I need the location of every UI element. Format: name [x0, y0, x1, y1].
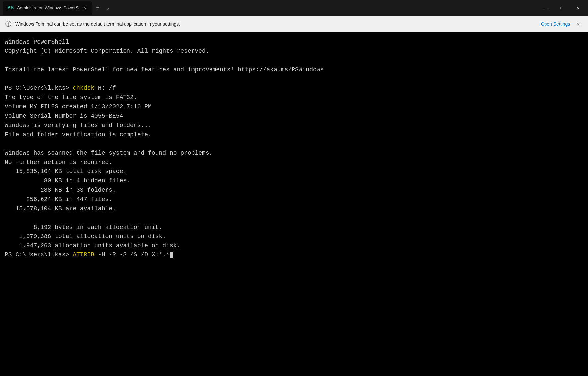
tab-dropdown-button[interactable]: ⌄ — [103, 4, 112, 12]
output-line: 15,835,104 KB total disk space. — [5, 167, 583, 176]
output-line: Volume MY_FILES created 1/13/2022 7:16 P… — [5, 102, 583, 112]
notification-text: Windows Terminal can be set as the defau… — [15, 21, 536, 27]
output-line: 288 KB in 33 folders. — [5, 186, 583, 195]
output-line: Windows has scanned the file system and … — [5, 149, 583, 158]
output-line — [5, 140, 583, 149]
open-settings-link[interactable]: Open Settings — [541, 21, 570, 27]
output-line: No further action is required. — [5, 158, 583, 167]
cursor — [170, 252, 173, 258]
output-line: 80 KB in 4 hidden files. — [5, 176, 583, 186]
tab-close-button[interactable]: × — [82, 5, 87, 11]
maximize-button[interactable]: □ — [554, 3, 569, 13]
output-line: Volume Serial Number is 4055-BE54 — [5, 112, 583, 121]
terminal-output[interactable]: Windows PowerShell Copyright (C) Microso… — [0, 32, 588, 376]
output-line: Windows is verifying files and folders..… — [5, 121, 583, 130]
powershell-icon: PS — [7, 5, 14, 11]
close-button[interactable]: ✕ — [570, 3, 585, 13]
output-line — [5, 75, 583, 84]
tab-title: Administrator: Windows PowerS — [17, 5, 79, 10]
title-bar: PS Administrator: Windows PowerS × + ⌄ —… — [0, 0, 588, 16]
info-icon: ⓘ — [5, 20, 11, 28]
command-line-1: PS C:\Users\lukas> chkdsk H: /f — [5, 84, 583, 93]
output-line: 1,947,263 allocation units available on … — [5, 241, 583, 251]
notification-close-button[interactable]: ✕ — [574, 19, 583, 29]
output-line: 8,192 bytes in each allocation unit. — [5, 223, 583, 232]
new-tab-button[interactable]: + — [93, 3, 103, 13]
output-line: Install the latest PowerShell for new fe… — [5, 65, 583, 75]
output-line: 1,979,388 total allocation units on disk… — [5, 232, 583, 241]
output-line: Copyright (C) Microsoft Corporation. All… — [5, 47, 583, 56]
output-line: 256,624 KB in 447 files. — [5, 195, 583, 204]
active-tab[interactable]: PS Administrator: Windows PowerS × — [3, 1, 92, 15]
output-line — [5, 214, 583, 223]
command-line-2: PS C:\Users\lukas> ATTRIB -H -R -S /S /D… — [5, 250, 583, 260]
window-controls: — □ ✕ — [538, 3, 585, 13]
minimize-button[interactable]: — — [538, 3, 553, 13]
output-line: The type of the file system is FAT32. — [5, 93, 583, 102]
output-line: 15,578,104 KB are available. — [5, 204, 583, 214]
output-line — [5, 56, 583, 65]
output-line: Windows PowerShell — [5, 38, 583, 47]
output-line: File and folder verification is complete… — [5, 130, 583, 140]
notification-bar: ⓘ Windows Terminal can be set as the def… — [0, 16, 588, 32]
